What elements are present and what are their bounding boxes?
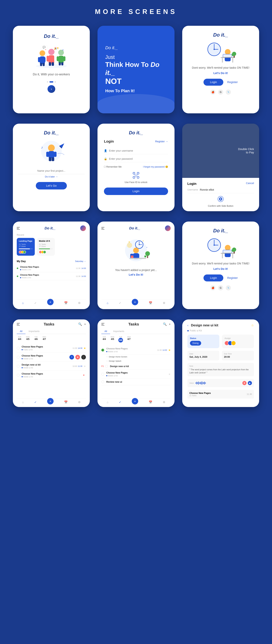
- lets-go-button[interactable]: Let's Go: [36, 182, 67, 190]
- task2-list-project-3: Mobile ui Kit: [106, 375, 167, 377]
- voice-delete-button[interactable]: 🗑: [242, 381, 246, 385]
- task-list-4[interactable]: Choose New Pages Mobile ui Kit ★: [17, 371, 86, 380]
- status-value-badge[interactable]: Doing: [190, 341, 201, 346]
- google-icon[interactable]: G: [218, 90, 223, 95]
- filter2-importants-tab[interactable]: Importants: [110, 329, 127, 334]
- task-list-2[interactable]: Choose New Pages Mobile ui Kit + ★ ⋮: [17, 353, 86, 362]
- tasks2-nav-tasks[interactable]: ✓: [119, 400, 121, 404]
- next-button[interactable]: ›: [48, 85, 55, 93]
- project-name-input[interactable]: [18, 168, 84, 174]
- task2-list-2[interactable]: F1 Design new ui kit: [101, 363, 170, 370]
- nav-tasks-icon[interactable]: ✓: [34, 302, 36, 305]
- tasks-fab-button[interactable]: +: [47, 398, 54, 404]
- task2-list-4[interactable]: Review new ui: [101, 379, 170, 385]
- task-check-2[interactable]: [17, 356, 20, 358]
- forgot-password-link[interactable]: I forgot my password 😊: [143, 166, 168, 168]
- search-icon-tasks-2[interactable]: 🔍: [163, 322, 167, 326]
- task2-check-3[interactable]: [101, 373, 104, 376]
- date-item-4[interactable]: WED 4/7: [42, 336, 47, 340]
- task2-star-1[interactable]: ★: [168, 348, 171, 352]
- do-it-later-link[interactable]: Do it later →: [45, 176, 58, 178]
- empty-nav-calendar[interactable]: 📅: [149, 302, 152, 305]
- apple-icon[interactable]: 🍎: [210, 90, 216, 95]
- project-card-mobile[interactable]: Mobile UI K 21 Tasks 17 Done: [37, 238, 55, 256]
- empty-project-cta[interactable]: Let's Do it!: [101, 273, 170, 276]
- fab-add-button[interactable]: +: [47, 299, 54, 305]
- search-icon-tasks[interactable]: 🔍: [78, 322, 82, 326]
- task2-list-3[interactable]: Choose New Pages Mobile ui Kit ★: [101, 370, 170, 379]
- lets-do-it-link[interactable]: Let's Do it!: [214, 72, 228, 75]
- twitter-icon-2[interactable]: 𝕏: [226, 285, 231, 290]
- empty-user-avatar[interactable]: [165, 226, 171, 231]
- login-button[interactable]: Login: [204, 79, 223, 86]
- filter-all-tab[interactable]: All: [17, 329, 26, 334]
- password-input[interactable]: [109, 158, 168, 160]
- task2-star-3[interactable]: ★: [168, 372, 171, 376]
- date2-item-2[interactable]: MON 4/5: [110, 336, 115, 342]
- filter2-all-tab[interactable]: All: [101, 329, 110, 334]
- date-item-3[interactable]: TUE 4/6: [33, 336, 39, 340]
- empty-nav-settings[interactable]: ⚙: [163, 302, 165, 305]
- project-card-landing[interactable]: Landing Page 21 Tasks 17 Done: [17, 238, 35, 256]
- favorite-button[interactable]: ☆: [251, 324, 254, 327]
- task-check-4[interactable]: [17, 374, 20, 376]
- task-check-1[interactable]: [17, 347, 20, 350]
- add-task-icon-2[interactable]: +: [169, 322, 171, 326]
- saturday-link[interactable]: Saturday →: [75, 260, 86, 262]
- empty-hamburger-menu[interactable]: [101, 227, 104, 230]
- register-button-2[interactable]: Register: [227, 274, 238, 282]
- task2-check-1[interactable]: ✓: [101, 349, 104, 352]
- date-item-2[interactable]: MON 4/5: [25, 336, 31, 340]
- task-star-1[interactable]: ★: [84, 346, 86, 350]
- tasks-nav-calendar[interactable]: 📅: [64, 400, 68, 404]
- google-icon-2[interactable]: G: [218, 285, 223, 290]
- date2-item-4[interactable]: WED 4/7: [126, 336, 132, 342]
- nav-calendar-icon[interactable]: 📅: [64, 302, 68, 305]
- action-btn-pink[interactable]: ★: [75, 355, 80, 360]
- pay-cancel-button[interactable]: Cancel: [246, 182, 254, 186]
- remember-checkbox[interactable]: [104, 166, 106, 168]
- tasks2-nav-settings[interactable]: ⚙: [163, 400, 165, 404]
- action-btn-blue[interactable]: +: [70, 355, 74, 360]
- lets-do-it-link-2[interactable]: Let's Do it!: [214, 267, 228, 270]
- date-time-row: Date Sat, July 4, 2020 Due Time 20:00: [188, 351, 254, 360]
- user-avatar[interactable]: [80, 226, 86, 231]
- voice-play-button[interactable]: ▶: [248, 381, 252, 385]
- tasks2-hamburger[interactable]: [101, 323, 104, 326]
- face-id-icon[interactable]: [133, 172, 139, 180]
- task2-list-1[interactable]: ✓ Choose New Pages Mobile ui Kit 11:30 1…: [101, 346, 170, 354]
- login-button-2[interactable]: Login: [204, 274, 223, 282]
- register-link[interactable]: Register →: [155, 140, 168, 143]
- empty-fab-button[interactable]: +: [132, 299, 138, 305]
- task2-check-2[interactable]: [105, 365, 108, 368]
- tasks2-nav-calendar[interactable]: 📅: [149, 400, 152, 404]
- action-btn-dark[interactable]: ⋮: [81, 355, 86, 360]
- empty-nav-tasks[interactable]: ✓: [119, 302, 121, 305]
- add-task-icon[interactable]: +: [84, 322, 86, 326]
- date-item-1[interactable]: SUN 4/4: [17, 336, 22, 340]
- username-input[interactable]: [109, 149, 168, 152]
- tasks-nav-tasks[interactable]: ✓: [34, 400, 36, 404]
- register-button[interactable]: Register: [227, 79, 238, 86]
- apple-icon-2[interactable]: 🍎: [210, 285, 216, 290]
- hamburger-menu[interactable]: [17, 227, 20, 230]
- task-check-3[interactable]: [17, 365, 20, 368]
- login-submit-button[interactable]: Login: [104, 188, 168, 195]
- tasks-hamburger[interactable]: [17, 323, 20, 326]
- task2-check-4[interactable]: [101, 380, 104, 383]
- nav-settings-icon[interactable]: ⚙: [78, 302, 80, 305]
- task-star-3[interactable]: ★: [84, 365, 86, 368]
- tasks2-nav-home[interactable]: ⌂: [107, 400, 108, 404]
- back-button[interactable]: ‹: [188, 324, 188, 327]
- tasks-nav-home[interactable]: ⌂: [22, 400, 24, 404]
- filter-importants-tab[interactable]: Importants: [26, 329, 43, 334]
- tasks-nav-settings[interactable]: ⚙: [78, 400, 80, 404]
- task-list-3[interactable]: Design new ui kit Mobile ui Kit 10:00 11…: [17, 362, 86, 371]
- tasks2-fab-button[interactable]: +: [132, 398, 138, 404]
- task-list-1[interactable]: Choose New Pages Public ui Kit 11:30 14:…: [17, 344, 86, 353]
- nav-home-icon[interactable]: ⌂: [22, 302, 24, 305]
- date2-item-1[interactable]: SUN 4/4: [101, 336, 107, 342]
- empty-nav-home[interactable]: ⌂: [107, 302, 108, 305]
- date2-item-3[interactable]: TUE 4/6: [118, 336, 124, 342]
- twitter-icon[interactable]: 𝕏: [226, 90, 231, 95]
